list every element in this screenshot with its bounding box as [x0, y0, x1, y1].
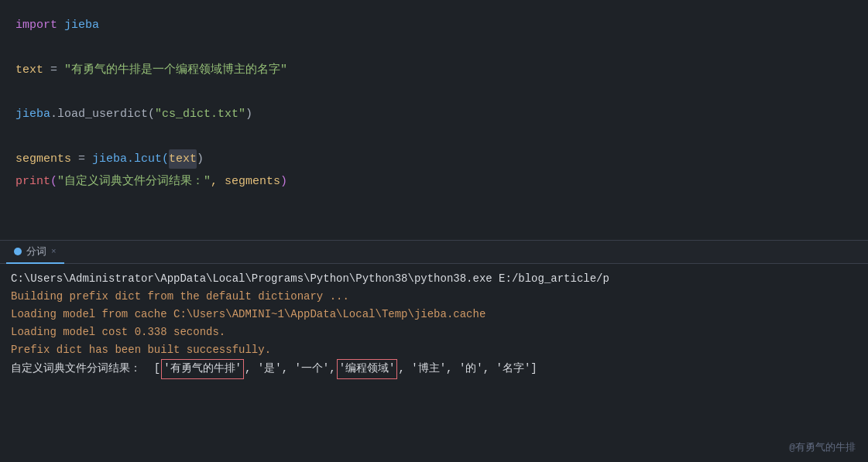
result-label: 自定义词典文件分词结果： [11, 360, 141, 378]
result-item-2: '编程领域' [337, 359, 398, 378]
terminal-output: C:\Users\Administrator\AppData\Local\Pro… [0, 264, 868, 385]
watermark: @有勇气的牛排 [789, 440, 856, 454]
terminal-line-loading-cache: Loading model from cache C:\Users\ADMINI… [11, 306, 857, 323]
terminal-result-line: 自定义词典文件分词结果： [ '有勇气的牛排' , '是', '一个', '编程… [11, 359, 857, 378]
terminal-line-loading-cost: Loading model cost 0.338 seconds. [11, 323, 857, 341]
code-line-1: import jieba [0, 14, 868, 37]
terminal-close-button[interactable]: × [51, 247, 57, 256]
result-tail: , '博主', '的', '名字'] [398, 360, 537, 378]
code-line-5: jieba.load_userdict("cs_dict.txt") [0, 103, 868, 126]
result-sep-1: , '是', '一个', [245, 360, 336, 378]
func-lcut: .lcut( [127, 149, 169, 169]
string-text-value: "有勇气的牛排是一个编程领域博主的名字" [64, 60, 287, 80]
string-print-label: "自定义词典文件分词结果：" [57, 172, 211, 192]
func-print: print [15, 172, 50, 192]
terminal-line-prefix-built: Prefix dict has been built successfully. [11, 341, 857, 359]
code-line-4 [0, 81, 868, 103]
var-segments: segments [15, 149, 71, 169]
terminal-line-building: Building prefix dict from the default di… [11, 288, 857, 306]
arg-segments: , segments [211, 172, 280, 192]
paren-close-load: ) [245, 104, 252, 125]
mod-jieba-3: jieba [92, 149, 127, 169]
result-item-1: '有勇气的牛排' [161, 359, 244, 378]
arg-text: text [169, 149, 197, 169]
code-editor: import jieba text = "有勇气的牛排是一个编程领域博主的名字"… [0, 0, 868, 240]
string-dict-file: "cs_dict.txt" [155, 104, 245, 125]
code-line-6 [0, 126, 868, 148]
terminal-tab-fenci[interactable]: 分词 × [6, 241, 64, 264]
code-line-7: segments = jieba.lcut(text) [0, 148, 868, 171]
paren-close-lcut: ) [197, 149, 204, 169]
dot-load: .load_userdict( [50, 104, 155, 125]
terminal-tab-bar: 分词 × [0, 241, 868, 264]
module-jieba: jieba [57, 15, 99, 36]
code-line-8: print("自定义词典文件分词结果：", segments) [0, 170, 868, 193]
keyword-import: import [15, 15, 57, 36]
result-bracket-open: [ [141, 360, 160, 378]
mod-jieba-2: jieba [15, 104, 50, 125]
paren-open-print: ( [50, 172, 57, 192]
op-eq: = [43, 60, 64, 80]
terminal-tab-icon [14, 248, 22, 255]
op-eq-2: = [71, 149, 92, 169]
paren-close-print: ) [280, 172, 287, 192]
code-line-2 [0, 37, 868, 59]
terminal-tab-label: 分词 [26, 245, 46, 258]
var-text: text [15, 60, 43, 80]
terminal-line-cmd: C:\Users\Administrator\AppData\Local\Pro… [11, 270, 857, 288]
code-line-3: text = "有勇气的牛排是一个编程领域博主的名字" [0, 59, 868, 82]
terminal-panel: 分词 × C:\Users\Administrator\AppData\Loca… [0, 240, 868, 462]
